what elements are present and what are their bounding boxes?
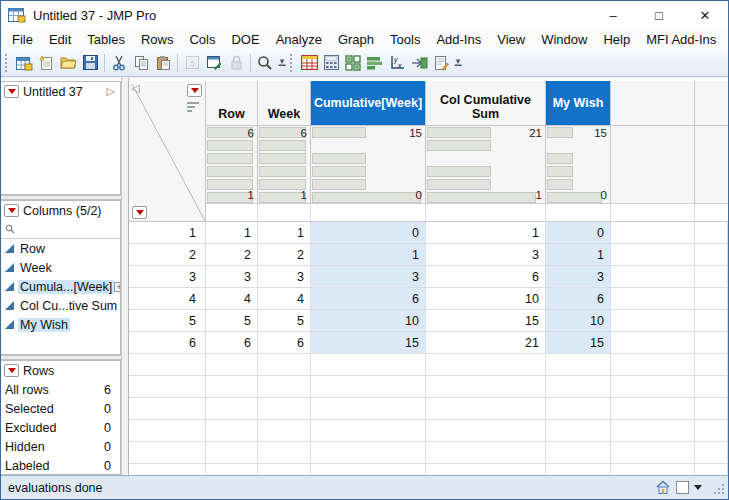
column-list-item-cumulative-week[interactable]: Cumula...[Week] +	[1, 277, 120, 296]
table-cell-empty[interactable]	[129, 464, 206, 475]
table-cell[interactable]: 15	[311, 332, 426, 354]
table-cell-empty[interactable]	[695, 376, 728, 398]
table-cell-empty[interactable]	[311, 376, 426, 398]
table-cell-empty[interactable]	[611, 266, 695, 288]
table-cell-empty[interactable]	[311, 420, 426, 442]
table-cell-empty[interactable]	[695, 310, 728, 332]
table-cell-empty[interactable]	[695, 354, 728, 376]
menu-graph[interactable]: Graph	[330, 32, 382, 47]
menu-window[interactable]: Window	[533, 32, 595, 47]
new-data-table-icon[interactable]	[13, 52, 35, 74]
column-list-item-week[interactable]: Week	[1, 258, 120, 277]
table-cell-empty[interactable]	[206, 376, 258, 398]
menu-help[interactable]: Help	[595, 32, 638, 47]
table-menu-red-triangle-icon[interactable]	[4, 85, 19, 98]
rows-header-red-triangle-icon[interactable]	[132, 206, 147, 219]
toolbar-grip-2[interactable]	[290, 54, 295, 72]
menu-analyze[interactable]: Analyze	[268, 32, 330, 47]
table-cell-empty[interactable]	[546, 420, 611, 442]
table-cell[interactable]: 15	[426, 310, 546, 332]
table-cell[interactable]: 15	[546, 332, 611, 354]
header-histogram-week[interactable]: 61	[258, 126, 311, 204]
table-cell-empty[interactable]	[258, 376, 311, 398]
table-cell-empty[interactable]	[426, 442, 546, 464]
table-cell[interactable]: 6	[311, 288, 426, 310]
table-cell-empty[interactable]	[695, 398, 728, 420]
menu-tables[interactable]: Tables	[79, 32, 133, 47]
column-header-empty[interactable]	[695, 81, 728, 126]
new-journal-icon[interactable]	[35, 52, 57, 74]
table-cell[interactable]: 5	[258, 310, 311, 332]
table-cell-empty[interactable]	[311, 442, 426, 464]
menu-addins[interactable]: Add-Ins	[428, 32, 489, 47]
paste-icon[interactable]	[152, 52, 174, 74]
maximize-button[interactable]: □	[636, 1, 682, 29]
table-cell[interactable]: 6	[258, 332, 311, 354]
status-checkbox[interactable]	[676, 481, 689, 494]
table-cell-empty[interactable]	[426, 464, 546, 475]
toolbar-overflow-icon-2[interactable]: ▾▔	[452, 57, 464, 75]
column-header-empty[interactable]	[611, 81, 695, 126]
menu-file[interactable]: File	[4, 32, 41, 47]
table-cell[interactable]: 21	[426, 332, 546, 354]
column-list-item-my-wish[interactable]: My Wish	[1, 315, 120, 334]
search-icon[interactable]	[254, 52, 276, 74]
table-cell-empty[interactable]	[611, 310, 695, 332]
menu-doe[interactable]: DOE	[223, 32, 267, 47]
save-icon[interactable]	[79, 52, 101, 74]
table-cell-empty[interactable]	[546, 442, 611, 464]
table-cell[interactable]: 3	[258, 266, 311, 288]
columns-menu-red-triangle-icon[interactable]	[4, 204, 19, 217]
table-cell-empty[interactable]	[129, 398, 206, 420]
sort-order-icon[interactable]	[187, 102, 199, 114]
table-cell-empty[interactable]	[611, 398, 695, 420]
table-cell[interactable]: 1	[546, 244, 611, 266]
row-number-cell[interactable]: 3	[129, 266, 206, 288]
table-cell-empty[interactable]	[206, 398, 258, 420]
menu-view[interactable]: View	[489, 32, 533, 47]
table-cell[interactable]: 1	[258, 222, 311, 244]
table-cell-empty[interactable]	[611, 376, 695, 398]
table-cell[interactable]: 6	[206, 332, 258, 354]
table-cell[interactable]: 3	[311, 266, 426, 288]
data-table-icon[interactable]	[298, 52, 320, 74]
table-cell[interactable]: 3	[546, 266, 611, 288]
table-cell-empty[interactable]	[129, 376, 206, 398]
table-cell[interactable]: 1	[311, 244, 426, 266]
table-cell-empty[interactable]	[695, 420, 728, 442]
open-folder-icon[interactable]	[57, 52, 79, 74]
menu-cols[interactable]: Cols	[181, 32, 223, 47]
table-cell-empty[interactable]	[129, 420, 206, 442]
table-cell[interactable]: 4	[258, 288, 311, 310]
table-cell[interactable]: 3	[206, 266, 258, 288]
table-cell-empty[interactable]	[426, 420, 546, 442]
toolbar-overflow-icon[interactable]: ▾▔	[276, 57, 288, 75]
table-cell[interactable]: 5	[206, 310, 258, 332]
column-header-cumulative-week[interactable]: Cumulative[Week]	[311, 81, 426, 126]
home-icon[interactable]	[655, 480, 671, 495]
table-cell[interactable]: 10	[426, 288, 546, 310]
table-cell-empty[interactable]	[258, 442, 311, 464]
table-cell-empty[interactable]	[311, 354, 426, 376]
formula-calculator-icon[interactable]	[320, 52, 342, 74]
formula-icon[interactable]: +	[114, 282, 121, 292]
column-header-week[interactable]: Week	[258, 81, 311, 126]
table-cell-empty[interactable]	[546, 464, 611, 475]
table-cell-empty[interactable]	[611, 332, 695, 354]
table-cell-empty[interactable]	[695, 288, 728, 310]
table-cell[interactable]: 4	[206, 288, 258, 310]
menu-edit[interactable]: Edit	[41, 32, 79, 47]
column-header-col-cumulative-sum[interactable]: Col Cumulative Sum	[426, 81, 546, 126]
table-cell-empty[interactable]	[611, 442, 695, 464]
column-header-my-wish[interactable]: My Wish	[546, 81, 611, 126]
resize-grip[interactable]	[711, 481, 724, 494]
table-cell-empty[interactable]	[611, 244, 695, 266]
table-cell[interactable]: 3	[426, 244, 546, 266]
table-cell[interactable]: 10	[546, 310, 611, 332]
rows-menu-red-triangle-icon[interactable]	[4, 364, 19, 377]
menu-mfi-addins[interactable]: MFI Add-Ins	[638, 32, 724, 47]
table-cell-empty[interactable]	[695, 244, 728, 266]
header-histogram-my-wish[interactable]: 150	[546, 126, 611, 204]
table-cell-empty[interactable]	[258, 398, 311, 420]
status-dropdown-icon[interactable]	[694, 485, 702, 490]
